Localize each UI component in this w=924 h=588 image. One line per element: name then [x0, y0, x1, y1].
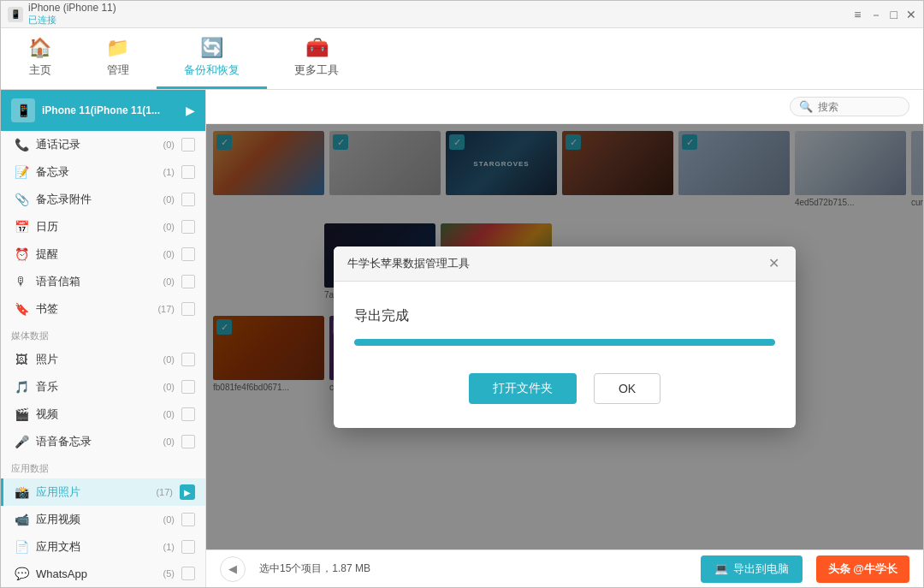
open-folder-button[interactable]: 打开文件夹 [469, 373, 577, 404]
export-label: 导出到电脑 [733, 561, 789, 577]
bookmark-icon: 🔖 [14, 302, 29, 316]
sidebar-item-photos[interactable]: 🖼 照片 (0) [1, 346, 205, 373]
sidebar-item-music[interactable]: 🎵 音乐 (0) [1, 373, 205, 401]
music-checkbox[interactable] [181, 380, 195, 394]
app-video-icon: 📹 [14, 513, 29, 526]
calendar-label: 日历 [36, 219, 157, 235]
menu-icon[interactable]: ≡ [854, 9, 861, 21]
nav-tools[interactable]: 🧰 更多工具 [267, 28, 366, 89]
reminder-checkbox[interactable] [181, 247, 195, 261]
reminder-label: 提醒 [36, 246, 157, 262]
modal-actions: 打开文件夹 OK [354, 373, 775, 404]
top-nav: 🏠 主页 📁 管理 🔄 备份和恢复 🧰 更多工具 [1, 28, 923, 90]
sidebar: 📱 iPhone 11(iPhone 11(1... ▶ 📞 通话记录 (0) … [1, 90, 206, 587]
nav-backup[interactable]: 🔄 备份和恢复 [157, 28, 267, 89]
sidebar-item-calls[interactable]: 📞 通话记录 (0) [1, 131, 205, 158]
app-docs-checkbox[interactable] [181, 540, 195, 554]
music-count: (0) [163, 382, 175, 392]
calls-label: 通话记录 [36, 137, 157, 152]
sidebar-item-video[interactable]: 🎬 视频 (0) [1, 401, 205, 428]
reminder-icon: ⏰ [14, 247, 29, 261]
calendar-icon: 📅 [14, 220, 29, 234]
voice-memo-icon: 🎤 [14, 435, 29, 448]
modal-title-bar: 牛学长苹果数据管理工具 ✕ [334, 246, 796, 282]
sidebar-item-notes[interactable]: 📝 备忘录 (1) [1, 158, 205, 186]
maximize-button[interactable]: □ [891, 9, 897, 21]
app-photos-icon: 📸 [14, 485, 29, 499]
photos-checkbox[interactable] [181, 353, 195, 366]
notes-attach-count: (0) [163, 194, 175, 205]
content-area: 🔍 ✓ ✓ [206, 90, 923, 587]
backup-icon: 🔄 [200, 37, 223, 59]
photos-label: 照片 [36, 352, 157, 367]
calendar-checkbox[interactable] [181, 220, 195, 234]
media-section-label: 媒体数据 [1, 323, 205, 346]
search-input[interactable] [818, 101, 903, 113]
app-docs-label: 应用文档 [36, 539, 157, 555]
minimize-button[interactable]: － [870, 9, 882, 21]
prev-page-button[interactable]: ◀ [220, 556, 246, 582]
notes-attach-label: 备忘录附件 [36, 192, 157, 207]
window-controls: ≡ － □ ✕ [854, 9, 916, 21]
whatsapp-checkbox[interactable] [181, 567, 195, 580]
search-bar: 🔍 [206, 90, 923, 124]
app-video-checkbox[interactable] [181, 513, 195, 526]
photos-icon: 🖼 [14, 353, 29, 366]
notes-checkbox[interactable] [181, 165, 195, 179]
nav-manage-label: 管理 [107, 62, 129, 78]
main-area: 📱 iPhone 11(iPhone 11(1... ▶ 📞 通话记录 (0) … [1, 90, 923, 587]
notes-icon: 📝 [14, 165, 29, 179]
progress-bar-fill [354, 339, 775, 346]
voice-memo-checkbox[interactable] [181, 435, 195, 448]
search-box[interactable]: 🔍 [790, 97, 909, 116]
app-video-label: 应用视频 [36, 512, 157, 527]
manage-icon: 📁 [106, 37, 129, 59]
device-arrow-icon[interactable]: ▶ [186, 104, 195, 117]
sidebar-item-whatsapp[interactable]: 💬 WhatsApp (5) [1, 561, 205, 586]
sidebar-item-voice-memo[interactable]: 🎤 语音备忘录 (0) [1, 428, 205, 455]
sidebar-item-reminder[interactable]: ⏰ 提醒 (0) [1, 241, 205, 268]
selection-info: 选中15个项目，1.87 MB [259, 561, 687, 576]
notes-attach-checkbox[interactable] [181, 193, 195, 206]
sidebar-item-app-video[interactable]: 📹 应用视频 (0) [1, 506, 205, 533]
modal-title: 牛学长苹果数据管理工具 [347, 256, 470, 271]
sidebar-item-notes-attach[interactable]: 📎 备忘录附件 (0) [1, 186, 205, 213]
sidebar-item-calendar[interactable]: 📅 日历 (0) [1, 213, 205, 241]
notes-attach-icon: 📎 [14, 193, 29, 206]
bookmark-checkbox[interactable] [181, 302, 195, 316]
bottom-bar: ◀ 选中15个项目，1.87 MB 💻 导出到电脑 头条 @牛学长 [206, 549, 923, 587]
voicemail-count: (0) [163, 276, 175, 287]
music-label: 音乐 [36, 379, 157, 395]
sidebar-device[interactable]: 📱 iPhone 11(iPhone 11(1... ▶ [1, 90, 205, 131]
modal-dialog: 牛学长苹果数据管理工具 ✕ 导出完成 打开文件夹 OK [334, 246, 796, 428]
whatsapp-icon: 💬 [14, 567, 29, 580]
video-checkbox[interactable] [181, 407, 195, 421]
progress-bar-bg [354, 339, 775, 346]
close-button[interactable]: ✕ [906, 9, 916, 21]
sidebar-item-bookmark[interactable]: 🔖 书签 (17) [1, 295, 205, 323]
modal-status-text: 导出完成 [354, 307, 775, 325]
device-status: 已连接 [28, 14, 116, 27]
nav-manage[interactable]: 📁 管理 [79, 28, 157, 89]
app-photos-arrow: ▶ [180, 484, 195, 500]
app-docs-icon: 📄 [14, 540, 29, 554]
search-icon: 🔍 [799, 100, 813, 113]
sidebar-item-app-docs[interactable]: 📄 应用文档 (1) [1, 533, 205, 561]
voicemail-icon: 🎙 [14, 275, 29, 288]
nav-home[interactable]: 🏠 主页 [1, 28, 79, 89]
watermark-badge: 头条 @牛学长 [816, 555, 909, 583]
sidebar-item-voicemail[interactable]: 🎙 语音信箱 (0) [1, 268, 205, 295]
sidebar-item-whatsapp-attach[interactable]: 📎 WhatsApp附件 (14) [1, 586, 205, 587]
calls-checkbox[interactable] [181, 138, 195, 151]
nav-tools-label: 更多工具 [294, 62, 339, 78]
voicemail-checkbox[interactable] [181, 275, 195, 288]
export-button[interactable]: 💻 导出到电脑 [701, 555, 803, 583]
bookmark-label: 书签 [36, 301, 151, 317]
calls-icon: 📞 [14, 138, 29, 151]
ok-button[interactable]: OK [594, 373, 660, 404]
modal-body: 导出完成 打开文件夹 OK [334, 282, 796, 428]
sidebar-item-app-photos[interactable]: 📸 应用照片 (17) ▶ [1, 478, 205, 506]
modal-close-button[interactable]: ✕ [765, 255, 782, 272]
voice-memo-count: (0) [163, 437, 175, 447]
notes-count: (1) [163, 167, 175, 177]
